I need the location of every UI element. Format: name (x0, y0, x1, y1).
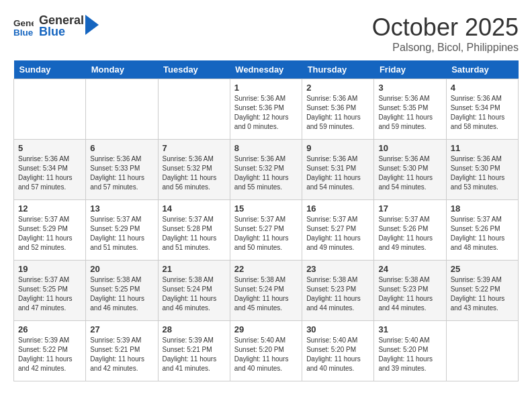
weekday-header-thursday: Thursday (302, 60, 374, 79)
cell-details: Sunrise: 5:40 AMSunset: 5:20 PMDaylight:… (234, 336, 298, 373)
calendar-cell: 6Sunrise: 5:36 AMSunset: 5:33 PMDaylight… (86, 140, 158, 200)
day-number: 24 (378, 264, 441, 274)
calendar-cell (446, 321, 518, 381)
cell-details: Sunrise: 5:36 AMSunset: 5:32 PMDaylight:… (163, 154, 226, 192)
cell-details: Sunrise: 5:36 AMSunset: 5:36 PMDaylight:… (234, 94, 298, 132)
day-number: 23 (306, 264, 369, 274)
calendar-cell: 9Sunrise: 5:36 AMSunset: 5:31 PMDaylight… (302, 140, 374, 200)
cell-details: Sunrise: 5:40 AMSunset: 5:20 PMDaylight:… (306, 336, 369, 373)
logo-icon: General Blue (13, 16, 34, 36)
day-number: 9 (306, 143, 369, 153)
calendar-cell: 17Sunrise: 5:37 AMSunset: 5:26 PMDayligh… (374, 200, 446, 261)
cell-details: Sunrise: 5:39 AMSunset: 5:22 PMDaylight:… (18, 336, 81, 373)
page-header: General Blue General Blue October 2025 P… (13, 13, 519, 54)
calendar-cell: 23Sunrise: 5:38 AMSunset: 5:23 PMDayligh… (302, 261, 374, 321)
weekday-header-sunday: Sunday (14, 60, 86, 79)
day-number: 10 (378, 143, 441, 153)
day-number: 2 (306, 83, 369, 93)
calendar-cell: 8Sunrise: 5:36 AMSunset: 5:32 PMDaylight… (230, 140, 302, 200)
weekday-header-friday: Friday (374, 60, 446, 79)
cell-details: Sunrise: 5:36 AMSunset: 5:30 PMDaylight:… (451, 154, 514, 192)
weekday-header-wednesday: Wednesday (230, 60, 302, 79)
calendar-cell: 3Sunrise: 5:36 AMSunset: 5:35 PMDaylight… (374, 79, 446, 140)
cell-details: Sunrise: 5:40 AMSunset: 5:20 PMDaylight:… (378, 336, 441, 373)
cell-details: Sunrise: 5:36 AMSunset: 5:31 PMDaylight:… (306, 154, 369, 192)
calendar-cell (158, 79, 230, 140)
calendar-cell (86, 79, 158, 140)
day-number: 8 (234, 143, 298, 153)
weekday-header-tuesday: Tuesday (158, 60, 230, 79)
svg-marker-3 (85, 15, 99, 35)
calendar-cell: 24Sunrise: 5:38 AMSunset: 5:23 PMDayligh… (374, 261, 446, 321)
calendar-cell: 5Sunrise: 5:36 AMSunset: 5:34 PMDaylight… (14, 140, 86, 200)
day-number: 28 (163, 324, 226, 334)
calendar-cell: 16Sunrise: 5:37 AMSunset: 5:27 PMDayligh… (302, 200, 374, 261)
cell-details: Sunrise: 5:36 AMSunset: 5:34 PMDaylight:… (451, 94, 514, 132)
cell-details: Sunrise: 5:37 AMSunset: 5:29 PMDaylight:… (90, 215, 153, 253)
calendar-cell: 1Sunrise: 5:36 AMSunset: 5:36 PMDaylight… (230, 79, 302, 140)
calendar-cell: 12Sunrise: 5:37 AMSunset: 5:29 PMDayligh… (14, 200, 86, 261)
calendar-cell: 22Sunrise: 5:38 AMSunset: 5:24 PMDayligh… (230, 261, 302, 321)
cell-details: Sunrise: 5:39 AMSunset: 5:22 PMDaylight:… (451, 275, 514, 313)
calendar-cell: 25Sunrise: 5:39 AMSunset: 5:22 PMDayligh… (446, 261, 518, 321)
calendar-week-1: 1Sunrise: 5:36 AMSunset: 5:36 PMDaylight… (14, 79, 519, 140)
calendar-cell: 13Sunrise: 5:37 AMSunset: 5:29 PMDayligh… (86, 200, 158, 261)
day-number: 7 (163, 143, 226, 153)
day-number: 13 (90, 203, 153, 214)
day-number: 15 (234, 203, 298, 214)
day-number: 29 (234, 324, 298, 334)
calendar-cell: 19Sunrise: 5:37 AMSunset: 5:25 PMDayligh… (14, 261, 86, 321)
cell-details: Sunrise: 5:38 AMSunset: 5:24 PMDaylight:… (163, 275, 226, 313)
day-number: 6 (90, 143, 153, 153)
day-number: 4 (451, 83, 514, 93)
logo-arrow-icon (85, 15, 99, 35)
calendar-cell: 30Sunrise: 5:40 AMSunset: 5:20 PMDayligh… (302, 321, 374, 381)
day-number: 5 (18, 143, 81, 153)
calendar-week-4: 19Sunrise: 5:37 AMSunset: 5:25 PMDayligh… (14, 261, 519, 321)
weekday-header-row: SundayMondayTuesdayWednesdayThursdayFrid… (14, 60, 519, 79)
day-number: 27 (90, 324, 153, 334)
day-number: 25 (451, 264, 514, 274)
calendar-week-2: 5Sunrise: 5:36 AMSunset: 5:34 PMDaylight… (14, 140, 519, 200)
cell-details: Sunrise: 5:36 AMSunset: 5:30 PMDaylight:… (378, 154, 441, 192)
calendar-cell: 29Sunrise: 5:40 AMSunset: 5:20 PMDayligh… (230, 321, 302, 381)
calendar-table: SundayMondayTuesdayWednesdayThursdayFrid… (13, 60, 519, 381)
calendar-cell: 21Sunrise: 5:38 AMSunset: 5:24 PMDayligh… (158, 261, 230, 321)
day-number: 14 (163, 203, 226, 214)
cell-details: Sunrise: 5:36 AMSunset: 5:32 PMDaylight:… (234, 154, 298, 192)
day-number: 18 (451, 203, 514, 214)
cell-details: Sunrise: 5:39 AMSunset: 5:21 PMDaylight:… (90, 336, 153, 373)
logo: General Blue General Blue (13, 13, 99, 39)
cell-details: Sunrise: 5:39 AMSunset: 5:21 PMDaylight:… (163, 336, 226, 373)
calendar-cell: 26Sunrise: 5:39 AMSunset: 5:22 PMDayligh… (14, 321, 86, 381)
day-number: 26 (18, 324, 81, 334)
day-number: 3 (378, 83, 441, 93)
cell-details: Sunrise: 5:37 AMSunset: 5:27 PMDaylight:… (306, 215, 369, 253)
location-subtitle: Palsong, Bicol, Philippines (372, 42, 519, 54)
cell-details: Sunrise: 5:36 AMSunset: 5:35 PMDaylight:… (378, 94, 441, 132)
day-number: 17 (378, 203, 441, 214)
calendar-cell: 2Sunrise: 5:36 AMSunset: 5:36 PMDaylight… (302, 79, 374, 140)
cell-details: Sunrise: 5:36 AMSunset: 5:34 PMDaylight:… (18, 154, 81, 192)
cell-details: Sunrise: 5:37 AMSunset: 5:28 PMDaylight:… (163, 215, 226, 253)
svg-text:Blue: Blue (13, 28, 34, 37)
svg-text:General: General (13, 18, 34, 28)
calendar-cell: 31Sunrise: 5:40 AMSunset: 5:20 PMDayligh… (374, 321, 446, 381)
cell-details: Sunrise: 5:38 AMSunset: 5:25 PMDaylight:… (90, 275, 153, 313)
day-number: 1 (234, 83, 298, 93)
day-number: 22 (234, 264, 298, 274)
cell-details: Sunrise: 5:36 AMSunset: 5:33 PMDaylight:… (90, 154, 153, 192)
calendar-cell: 14Sunrise: 5:37 AMSunset: 5:28 PMDayligh… (158, 200, 230, 261)
day-number: 12 (18, 203, 81, 214)
cell-details: Sunrise: 5:37 AMSunset: 5:25 PMDaylight:… (18, 275, 81, 313)
calendar-cell: 20Sunrise: 5:38 AMSunset: 5:25 PMDayligh… (86, 261, 158, 321)
day-number: 11 (451, 143, 514, 153)
calendar-cell: 7Sunrise: 5:36 AMSunset: 5:32 PMDaylight… (158, 140, 230, 200)
weekday-header-monday: Monday (86, 60, 158, 79)
calendar-cell (14, 79, 86, 140)
weekday-header-saturday: Saturday (446, 60, 518, 79)
cell-details: Sunrise: 5:37 AMSunset: 5:29 PMDaylight:… (18, 215, 81, 253)
day-number: 31 (378, 324, 441, 334)
title-block: October 2025 Palsong, Bicol, Philippines (372, 13, 519, 54)
calendar-cell: 4Sunrise: 5:36 AMSunset: 5:34 PMDaylight… (446, 79, 518, 140)
